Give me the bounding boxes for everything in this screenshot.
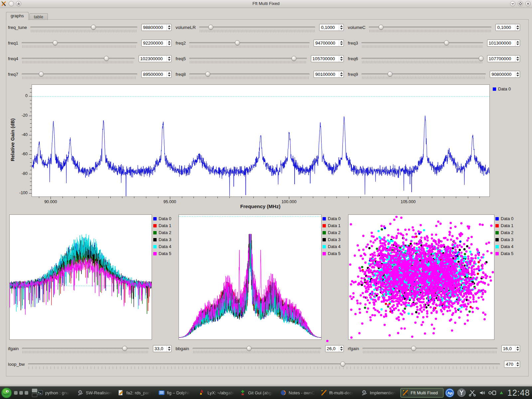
task-button-label: LyX: ~/abgabe xyxy=(207,390,235,395)
gnuradio-icon xyxy=(402,389,409,396)
gear-icon xyxy=(361,389,368,396)
task-button-lyx-abgabe[interactable]: LyX: ~/abgabe xyxy=(198,388,237,398)
task-button-fft-multi-deco[interactable]: fft-multi-deco xyxy=(319,388,358,398)
taskbar: python : gnurSW-Realisierufa2: rds_parsf… xyxy=(0,386,532,399)
battery-icon[interactable] xyxy=(488,389,497,396)
tab-bar: graphstable xyxy=(6,12,49,19)
task-button-label: fa2: rds_pars xyxy=(126,390,152,395)
tab-table[interactable]: table xyxy=(29,13,48,20)
editor-icon xyxy=(118,389,124,396)
svg-text:hp: hp xyxy=(447,391,453,395)
gear-icon xyxy=(77,389,84,396)
task-button-label: python : gnur xyxy=(45,390,70,395)
y-activities-icon[interactable] xyxy=(457,388,466,397)
dolphin-icon xyxy=(158,389,165,396)
clock[interactable]: 12:48 xyxy=(507,388,530,398)
maximize-button[interactable] xyxy=(518,1,523,6)
task-button-fig-dolphin[interactable]: fig – Dolphin xyxy=(157,388,196,398)
scissors-klipper-icon[interactable] xyxy=(468,389,476,397)
task-button-label: Implementieru xyxy=(370,390,397,395)
minimize-button[interactable] xyxy=(510,1,515,6)
firefox-icon xyxy=(280,389,287,396)
lyx-icon xyxy=(199,389,205,396)
window-titlebar: Fft Multi Fixed xyxy=(0,0,532,8)
git-icon xyxy=(239,389,246,396)
pager-dots[interactable] xyxy=(14,391,30,395)
task-button-python-gnur[interactable]: python : gnur xyxy=(35,388,74,398)
updates-arrow-icon[interactable] xyxy=(499,391,503,394)
terminal-icon xyxy=(37,389,43,396)
hp-logo-icon[interactable]: hp xyxy=(445,388,455,398)
task-button-list: python : gnurSW-Realisierufa2: rds_parsf… xyxy=(35,388,445,398)
task-button-label: SW-Realisieru xyxy=(86,390,113,395)
task-button-label: fft-multi-deco xyxy=(329,390,354,395)
task-button-label: Git Gui (abga xyxy=(248,390,274,395)
window-title: Fft Multi Fixed xyxy=(0,1,532,6)
system-tray: hp 12:48 xyxy=(445,388,532,398)
gnuradio-icon xyxy=(321,389,327,396)
close-button[interactable] xyxy=(525,1,531,6)
tab-graphs[interactable]: graphs xyxy=(6,12,29,20)
launcher-opensuse-icon[interactable] xyxy=(1,387,12,398)
task-button-label: Fft Multi Fixed xyxy=(411,390,438,395)
desktop: Fft Multi Fixed graphstable freq_tune988… xyxy=(0,0,532,399)
task-button-fa2-rds-pars[interactable]: fa2: rds_pars xyxy=(116,388,156,398)
task-button-git-gui-abga[interactable]: Git Gui (abga xyxy=(238,388,277,398)
task-button-implementieru[interactable]: Implementieru xyxy=(360,388,399,398)
tab-pane-frame xyxy=(6,19,529,376)
volume-icon[interactable] xyxy=(479,389,486,396)
task-button-sw-realisieru[interactable]: SW-Realisieru xyxy=(76,388,115,398)
task-button-label: fig – Dolphin xyxy=(167,390,191,395)
task-button-fft-multi-fixed[interactable]: Fft Multi Fixed xyxy=(400,388,444,398)
task-button-notes-owncl[interactable]: Notes - ownCl xyxy=(279,388,318,398)
task-button-label: Notes - ownCl xyxy=(289,390,316,395)
tray-icon-group: hp xyxy=(445,388,506,398)
